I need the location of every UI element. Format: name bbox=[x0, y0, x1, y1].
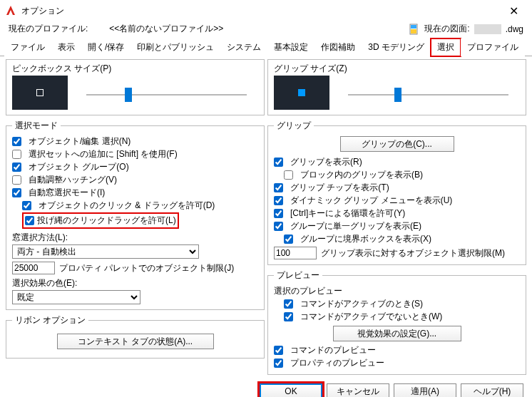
close-button[interactable]: ✕ bbox=[499, 4, 528, 18]
tab-selection[interactable]: 選択 bbox=[431, 38, 461, 56]
chk-active-cmd[interactable] bbox=[284, 299, 293, 309]
lbl-object-edit-select: オブジェクト/編集 選択(N) bbox=[29, 135, 131, 148]
lbl-shift-add: 選択セットへの追加に [Shift] を使用(F) bbox=[29, 148, 178, 160]
lbl-property-limit: プロパティ パレットでのオブジェクト制限(J) bbox=[59, 262, 234, 274]
grip-size-label: グリップ サイズ(Z) bbox=[274, 63, 347, 73]
lbl-active-cmd: コマンドがアクティブのとき(S) bbox=[300, 298, 423, 310]
lbl-lasso-drag: 投げ縄のクリックドラッグを許可(L) bbox=[37, 215, 176, 227]
lbl-inactive-cmd: コマンドがアクティブでないとき(W) bbox=[300, 311, 442, 323]
tab-publish[interactable]: 印刷とパブリッシュ bbox=[131, 38, 220, 56]
lbl-click-drag: オブジェクトのクリック & ドラッグを許可(D) bbox=[39, 200, 215, 212]
chk-click-drag[interactable] bbox=[22, 201, 31, 210]
window-title: オプション bbox=[21, 5, 499, 17]
pickbox-preview bbox=[12, 76, 68, 110]
lbl-sel-preview: 選択のプレビュー bbox=[274, 285, 342, 297]
input-grip-limit[interactable] bbox=[274, 247, 317, 259]
chk-lasso-drag[interactable] bbox=[25, 216, 34, 225]
chk-inactive-cmd[interactable] bbox=[284, 312, 293, 321]
tab-open-save[interactable]: 開く/保存 bbox=[81, 38, 131, 56]
cancel-button[interactable]: キャンセル bbox=[327, 383, 389, 397]
visual-effect-button[interactable]: 視覚効果の設定(G)... bbox=[333, 326, 461, 341]
chk-object-edit-select[interactable] bbox=[12, 137, 21, 146]
tab-drafting[interactable]: 作図補助 bbox=[314, 38, 362, 56]
chk-auto-window[interactable] bbox=[12, 188, 21, 197]
lbl-auto-hatch: 自動調整ハッチング(V) bbox=[29, 174, 117, 186]
chk-prop-preview[interactable] bbox=[274, 359, 283, 368]
svg-rect-1 bbox=[411, 29, 416, 33]
lbl-ctrl-cycle: [Ctrl]キーによる循環を許可(Y) bbox=[290, 207, 405, 220]
tab-file[interactable]: ファイル bbox=[4, 38, 51, 56]
grip-color-button[interactable]: グリップの色(C)... bbox=[340, 136, 454, 152]
tab-preferences[interactable]: 基本設定 bbox=[267, 38, 314, 56]
chk-object-group[interactable] bbox=[12, 163, 21, 172]
current-profile-label: 現在のプロファイル: bbox=[9, 23, 88, 35]
current-drawing-label: 現在の図面: bbox=[424, 23, 469, 35]
chk-grip-tips[interactable] bbox=[274, 183, 283, 192]
app-icon bbox=[4, 4, 17, 17]
select-effect-color[interactable]: 既定 bbox=[12, 290, 140, 304]
drawing-icon bbox=[409, 24, 420, 35]
svg-rect-2 bbox=[411, 25, 416, 29]
chk-group-bbox[interactable] bbox=[284, 234, 293, 244]
preview-legend: プレビュー bbox=[274, 269, 322, 282]
lbl-object-group: オブジェクト グループ(O) bbox=[29, 161, 129, 173]
lbl-show-grips: グリップを表示(R) bbox=[290, 156, 362, 168]
chk-group-single-grip[interactable] bbox=[274, 222, 283, 231]
grip-preview bbox=[274, 76, 329, 110]
lbl-group-single-grip: グループに単一グリップを表示(E) bbox=[290, 220, 421, 232]
chk-dynamic-grip-menu[interactable] bbox=[274, 196, 283, 205]
tab-system[interactable]: システム bbox=[220, 38, 267, 56]
pickbox-size-slider[interactable] bbox=[86, 94, 247, 96]
chk-show-grips[interactable] bbox=[274, 158, 283, 167]
chk-shift-add[interactable] bbox=[12, 150, 21, 159]
drawing-name-mask bbox=[474, 24, 501, 34]
ok-button[interactable]: OK bbox=[260, 383, 322, 397]
ribbon-options-legend: リボン オプション bbox=[12, 314, 88, 326]
tab-strip: ファイル 表示 開く/保存 印刷とパブリッシュ システム 基本設定 作図補助 3… bbox=[0, 38, 532, 56]
lbl-grip-tips: グリップ チップを表示(T) bbox=[290, 182, 389, 194]
select-window-method[interactable]: 両方 - 自動検出 bbox=[12, 244, 199, 259]
tab-profiles[interactable]: プロファイル bbox=[461, 38, 525, 56]
lbl-grip-limit: グリップ表示に対するオブジェクト選択制限(M) bbox=[321, 247, 505, 259]
tab-display[interactable]: 表示 bbox=[51, 38, 81, 56]
lbl-group-bbox: グループに境界ボックスを表示(X) bbox=[300, 233, 431, 245]
context-tab-state-button[interactable]: コンテキスト タブの状態(A)... bbox=[57, 334, 214, 349]
pickbox-size-label: ピックボックス サイズ(P) bbox=[12, 63, 111, 73]
input-property-limit[interactable] bbox=[12, 262, 55, 274]
drawing-ext: .dwg bbox=[506, 24, 523, 34]
grip-size-slider[interactable] bbox=[348, 94, 508, 96]
lbl-prop-preview: プロパティのプレビュー bbox=[290, 357, 384, 369]
current-profile-name: <<名前のないプロファイル>> bbox=[109, 23, 223, 35]
lbl-cmd-preview: コマンドのプレビュー bbox=[290, 344, 376, 356]
chk-auto-hatch[interactable] bbox=[12, 175, 21, 185]
lbl-effect-color: 選択効果の色(E): bbox=[12, 277, 77, 289]
chk-cmd-preview[interactable] bbox=[274, 346, 283, 355]
apply-button[interactable]: 適用(A) bbox=[394, 383, 456, 397]
lbl-window-method: 窓選択方法(L): bbox=[12, 232, 68, 244]
chk-ctrl-cycle[interactable] bbox=[274, 209, 283, 218]
lbl-dynamic-grip-menu: ダイナミック グリップ メニューを表示(U) bbox=[290, 195, 452, 207]
lbl-grips-in-block: ブロック内のグリップを表示(B) bbox=[300, 169, 423, 181]
tab-3d[interactable]: 3D モデリング bbox=[362, 38, 431, 56]
selection-mode-legend: 選択モード bbox=[12, 120, 61, 132]
lbl-auto-window: 自動窓選択モード(I) bbox=[29, 187, 105, 199]
chk-grips-in-block[interactable] bbox=[284, 170, 293, 180]
help-button[interactable]: ヘルプ(H) bbox=[461, 383, 523, 397]
grips-legend: グリップ bbox=[274, 120, 314, 132]
